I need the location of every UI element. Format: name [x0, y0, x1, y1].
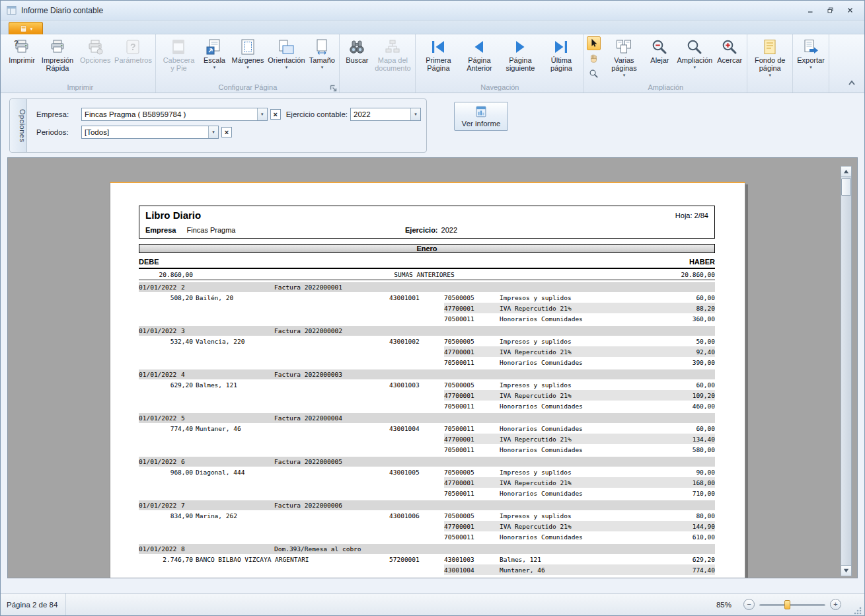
entry-number: 7 — [180, 502, 274, 509]
tamano-button[interactable]: Tamaño▾ — [307, 36, 337, 81]
entry-date: 01/01/2022 — [139, 327, 180, 334]
zoom-out-icon — [651, 37, 668, 56]
orientacion-button[interactable]: Orientación▾ — [266, 36, 307, 81]
ultima-pagina-button[interactable]: Última página — [541, 36, 582, 81]
entry-date: 01/01/2022 — [139, 545, 180, 553]
close-button[interactable] — [841, 4, 859, 17]
collapse-ribbon-button[interactable] — [846, 77, 858, 87]
ribbon-group-label — [342, 83, 413, 93]
preview-vertical-scrollbar[interactable] — [841, 166, 852, 576]
zoom-in-button[interactable]: + — [830, 599, 841, 610]
parameters-icon: ? — [124, 37, 141, 56]
svg-text:?: ? — [14, 39, 19, 47]
hand-tool-button[interactable] — [587, 52, 601, 65]
header-footer-icon — [170, 37, 187, 56]
ejercicio-label: Ejercicio contable: — [286, 110, 348, 118]
minimize-button[interactable] — [802, 4, 819, 17]
ejercicio-dropdown-button[interactable]: ▾ — [410, 108, 420, 120]
report-ejercicio-label: Ejercicio: — [405, 226, 438, 234]
page-background-icon — [761, 37, 778, 56]
ribbon-group: Exportar▾ — [793, 34, 829, 93]
line-haber: 80,00 — [656, 512, 715, 520]
empresa-dropdown-button[interactable]: ▾ — [257, 108, 267, 120]
zoom-out-button[interactable]: − — [743, 599, 755, 610]
ribbon-group-label: Navegación — [418, 83, 582, 93]
magnifier-tool-button[interactable] — [587, 67, 601, 81]
entry-header-row: 01/01/20225Factura 2022000004 — [139, 413, 715, 423]
varias-paginas-button[interactable]: Varias páginas▾ — [603, 36, 644, 81]
svg-text:?: ? — [130, 42, 136, 52]
options-panel-tab[interactable]: Opciones — [10, 99, 27, 152]
dialog-launcher-button[interactable] — [329, 83, 338, 92]
margenes-button[interactable]: Márgenes▾ — [229, 36, 266, 81]
scroll-down-button[interactable] — [841, 565, 851, 576]
preview-area[interactable]: Libro Diario Hoja: 2/84 Empresa Fincas P… — [7, 157, 858, 578]
entry-line: 47700001IVA Repercutido 21%109,20 — [139, 390, 715, 401]
line-description: IVA Repercutido 21% — [500, 392, 656, 399]
scrollbar-thumb[interactable] — [841, 178, 851, 196]
alejar-button[interactable]: Alejar — [644, 36, 675, 81]
line-credit-account: 47700001 — [444, 523, 500, 530]
entry-header-row: 01/01/20224Factura 2022000003 — [139, 369, 715, 379]
pagina-siguiente-button[interactable]: Página siguiente — [500, 36, 541, 81]
impresion-rapida-button[interactable]: Impresión Rápida — [37, 36, 78, 81]
ver-informe-button[interactable]: Ver informe — [454, 102, 508, 131]
periodos-clear-button[interactable]: × — [221, 127, 232, 137]
empresa-combobox[interactable]: ▾ — [81, 108, 268, 121]
button-label: Fondo de página — [751, 56, 788, 72]
periodos-dropdown-button[interactable]: ▾ — [208, 126, 218, 138]
line-description: Muntaner, 46 — [500, 566, 656, 574]
line-haber: 134,40 — [656, 436, 715, 443]
line-haber: 60,00 — [656, 381, 715, 389]
line-debit-account: 43001002 — [389, 338, 444, 345]
ampliacion-button[interactable]: Ampliación▾ — [675, 36, 714, 81]
button-label: Impresión Rápida — [39, 56, 76, 72]
acercar-button[interactable]: Acercar — [714, 36, 745, 81]
line-haber: 60,00 — [656, 294, 715, 301]
line-credit-account: 47700001 — [444, 479, 500, 486]
pointer-tool-icon — [589, 38, 599, 48]
exportar-button[interactable]: Exportar▾ — [795, 36, 827, 81]
line-haber: 390,00 — [656, 359, 715, 366]
pointer-tool-button[interactable] — [587, 36, 601, 50]
line-haber: 774,40 — [656, 566, 715, 574]
line-description: IVA Repercutido 21% — [500, 305, 656, 312]
periodos-input[interactable] — [82, 128, 208, 136]
ejercicio-input[interactable] — [351, 110, 410, 118]
entry-date: 01/01/2022 — [139, 284, 180, 291]
report-page: Libro Diario Hoja: 2/84 Empresa Fincas P… — [110, 182, 745, 578]
report-empresa: Empresa Fincas Pragma — [145, 226, 235, 234]
line-credit-account: 70500011 — [444, 490, 500, 497]
entry-line: 70500011Honorarios Comunidades580,00 — [139, 444, 715, 455]
periodos-combobox[interactable]: ▾ — [81, 126, 219, 139]
pagina-anterior-button[interactable]: Página Anterior — [459, 36, 500, 81]
empresa-input[interactable] — [82, 110, 257, 118]
haber-header: HABER — [689, 258, 715, 266]
dropdown-arrow-icon: ▾ — [809, 65, 812, 70]
zoom-slider-thumb[interactable] — [784, 600, 790, 609]
maximize-restore-button[interactable] — [821, 4, 839, 17]
empresa-clear-button[interactable]: × — [270, 109, 281, 120]
printer-icon — [49, 37, 66, 56]
ribbon: ?ImprimirImpresión RápidaOpciones?Paráme… — [1, 34, 864, 93]
ejercicio-combobox[interactable]: ▾ — [350, 108, 421, 121]
entry-date: 01/01/2022 — [139, 414, 180, 422]
button-label: Última página — [543, 56, 580, 72]
report-ejercicio: Ejercicio: 2022 — [405, 226, 457, 234]
escala-button[interactable]: Escala▾ — [199, 36, 229, 81]
entry-line: 70500011Honorarios Comunidades710,00 — [139, 488, 715, 498]
buscar-button[interactable]: Buscar — [342, 36, 372, 81]
zoom-in-icon — [721, 37, 738, 56]
close-icon — [846, 6, 854, 15]
line-credit-account: 70500011 — [444, 533, 500, 541]
journal-entry: 01/01/20225Factura 2022000004774,40Munta… — [139, 413, 715, 455]
scroll-up-button[interactable] — [841, 167, 851, 177]
button-label: Cabecera y Pie — [160, 56, 197, 72]
resize-grip[interactable] — [852, 605, 862, 615]
imprimir-button[interactable]: ?Imprimir — [7, 36, 37, 81]
primera-pagina-button[interactable]: Primera Página — [418, 36, 459, 81]
fondo-de-pagina-button[interactable]: Fondo de página▾ — [749, 36, 790, 81]
ver-informe-label: Ver informe — [462, 120, 501, 128]
zoom-slider[interactable] — [758, 598, 827, 611]
application-menu-button[interactable]: ▾ — [9, 22, 43, 34]
